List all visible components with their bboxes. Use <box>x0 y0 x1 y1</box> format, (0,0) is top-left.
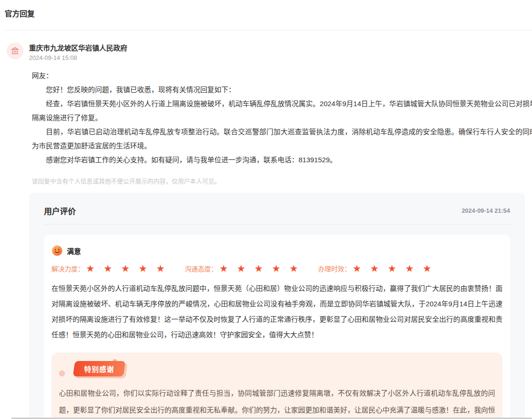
special-thanks-badge-label: 特别感谢 <box>84 364 114 374</box>
reply-paragraph: 网友： <box>32 69 532 83</box>
evaluation-card: 用户评价 2024-09-14 21:54 满 <box>29 193 525 419</box>
rating-group: 解决力度：★ ★ ★ ★ ★ <box>51 264 168 273</box>
rating-group: 沟通态度：★ ★ ★ ★ ★ <box>185 264 301 273</box>
divider <box>5 30 532 30</box>
smiley-face-icon <box>51 245 63 256</box>
reply-datetime: 2024-09-14 15:08 <box>29 54 127 61</box>
official-reply-page: 官方回复 重庆市九龙坡区华岩镇人民政府 2024-09-14 15:08 网友：… <box>0 0 532 419</box>
special-thanks-badge: 特别感谢 <box>73 361 126 376</box>
reply-paragraph: 目前，华岩镇已启动治理机动车乱停乱放专项整治行动。联合交巡警部门加大巡查监管执法… <box>32 125 532 153</box>
star-icons: ★ ★ ★ ★ ★ <box>219 264 301 273</box>
reply-author: 重庆市九龙坡区华岩镇人民政府 <box>29 43 127 52</box>
rating-label: 办理时效： <box>318 264 351 273</box>
satisfaction-row: 满意 <box>51 245 503 256</box>
evaluation-comment: 在恒景天苑小区外的人行道机动车乱停乱放问题中，恒景天苑（心田和居）物业公司的迅速… <box>51 281 503 342</box>
satisfaction-label: 满意 <box>67 246 81 256</box>
evaluation-datetime: 2024-09-14 21:54 <box>462 207 510 214</box>
reply-paragraph: 您好！您反映的问题，我镇已收悉，现将有关情况回复如下： <box>32 83 532 97</box>
star-icons: ★ ★ ★ ★ ★ <box>353 264 435 273</box>
reply-paragraph: 经查，华岩镇恒景天苑小区外的人行道上隔离设施被破坏，机动车辆乱停乱放情况属实。2… <box>32 97 532 125</box>
page-title: 官方回复 <box>5 7 532 19</box>
government-building-icon <box>10 46 20 56</box>
reply-meta: 重庆市九龙坡区华岩镇人民政府 2024-09-14 15:08 <box>29 43 127 61</box>
ratings-row: 解决力度：★ ★ ★ ★ ★沟通态度：★ ★ ★ ★ ★办理时效：★ ★ ★ ★… <box>51 264 503 273</box>
star-icons: ★ ★ ★ ★ ★ <box>86 264 168 273</box>
privacy-note: 该回复中含有个人信息或其他不便公开展示的内容，仅用户本人可见。 <box>32 176 532 185</box>
rating-label: 沟通态度： <box>185 264 218 273</box>
evaluation-header: 用户评价 2024-09-14 21:54 <box>44 205 510 217</box>
decor-dot <box>59 370 65 376</box>
special-thanks-text: 心田和居物业公司，你们以实际行动诠释了责任与担当，协同城管部门迅速修复隔离墩，不… <box>56 385 498 419</box>
avatar <box>7 43 23 59</box>
rating-label: 解决力度： <box>51 264 84 273</box>
evaluation-title: 用户评价 <box>44 205 76 217</box>
special-thanks-box: 特别感谢 心田和居物业公司，你们以实际行动诠释了责任与担当，协同城管部门迅速修复… <box>51 353 503 419</box>
rating-group: 办理时效：★ ★ ★ ★ ★ <box>318 264 435 273</box>
reply-body: 网友：您好！您反映的问题，我镇已收悉，现将有关情况回复如下：经查，华岩镇恒景天苑… <box>32 69 532 167</box>
reply-header: 重庆市九龙坡区华岩镇人民政府 2024-09-14 15:08 <box>7 43 532 61</box>
divider <box>44 224 510 224</box>
reply-paragraph: 感谢您对华岩镇工作的关心支持。如有疑问，请与我单位进一步沟通，联系电话：8139… <box>32 153 532 167</box>
evaluation-panel: 满意 解决力度：★ ★ ★ ★ ★沟通态度：★ ★ ★ ★ ★办理时效：★ ★ … <box>44 235 510 419</box>
